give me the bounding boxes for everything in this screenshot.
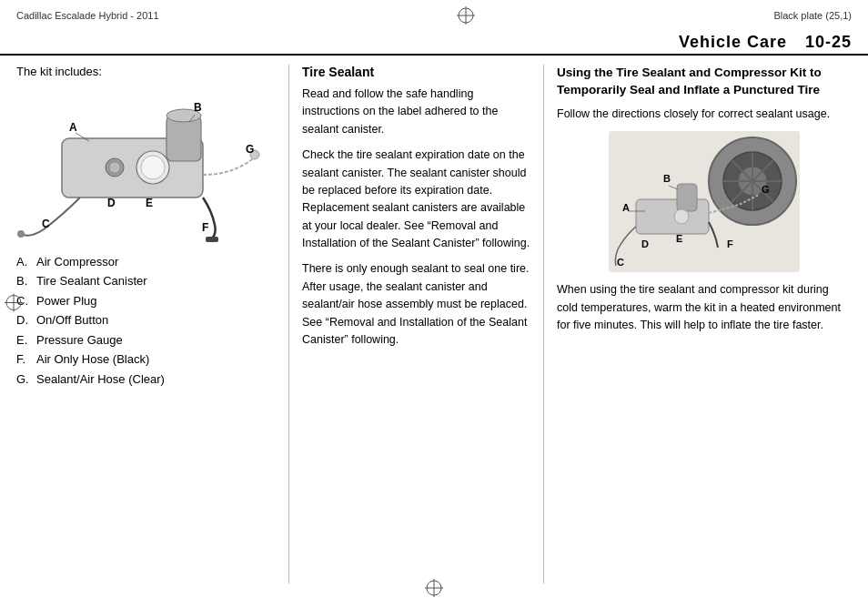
svg-point-7 xyxy=(141,156,165,179)
part-letter-f: F. xyxy=(16,350,33,369)
svg-text:G: G xyxy=(246,143,254,156)
svg-point-9 xyxy=(109,162,120,173)
part-desc-g: Sealant/Air Hose (Clear) xyxy=(36,370,165,389)
part-desc-a: Air Compressor xyxy=(36,252,118,271)
crosshair-icon xyxy=(456,5,476,25)
right-diagram-svg: A B C D E F G xyxy=(609,131,800,272)
right-column: Using the Tire Sealant and Compressor Ki… xyxy=(544,65,852,583)
right-para-2: When using the tire sealant and compress… xyxy=(557,281,852,334)
mid-para-1: Read and follow the safe handling instru… xyxy=(302,86,530,138)
part-letter-e: E. xyxy=(16,330,33,350)
footer-crosshair xyxy=(424,578,444,601)
svg-text:B: B xyxy=(194,101,202,114)
section-page-num: 10-25 xyxy=(805,33,852,52)
part-letter-a: A. xyxy=(16,252,33,271)
using-title: Using the Tire Sealant and Compressor Ki… xyxy=(557,65,852,99)
svg-text:A: A xyxy=(622,202,630,213)
svg-point-32 xyxy=(674,209,689,224)
footer-crosshair-icon xyxy=(424,578,444,598)
middle-column: Tire Sealant Read and follow the safe ha… xyxy=(289,65,544,583)
left-diagram: A B C D E F G xyxy=(16,84,262,243)
list-item: A. Air Compressor xyxy=(16,252,279,271)
part-desc-b: Tire Sealant Canister xyxy=(36,271,147,290)
page-header: Cadillac Escalade Hybrid - 2011 Black pl… xyxy=(0,0,868,29)
right-diagram: A B C D E F G xyxy=(609,131,800,272)
right-para-1: Follow the directions closely for correc… xyxy=(557,106,852,123)
left-crosshair-icon xyxy=(4,293,24,313)
tire-sealant-title: Tire Sealant xyxy=(302,65,530,79)
part-desc-e: Pressure Gauge xyxy=(36,330,123,350)
svg-text:C: C xyxy=(617,257,624,268)
part-desc-f: Air Only Hose (Black) xyxy=(36,350,149,369)
svg-text:D: D xyxy=(641,238,649,249)
part-desc-c: Power Plug xyxy=(36,291,96,310)
svg-text:A: A xyxy=(69,121,77,134)
svg-rect-30 xyxy=(636,199,709,234)
part-desc-d: On/Off Button xyxy=(36,310,108,329)
section-title-bar: Vehicle Care 10-25 xyxy=(0,29,868,56)
svg-text:F: F xyxy=(727,238,733,249)
svg-text:E: E xyxy=(146,197,153,209)
parts-list: A. Air Compressor B. Tire Sealant Canist… xyxy=(16,252,279,389)
left-column: The kit includes: xyxy=(16,65,289,583)
list-item: B. Tire Sealant Canister xyxy=(16,271,279,290)
svg-text:F: F xyxy=(202,221,208,234)
svg-rect-11 xyxy=(206,237,218,242)
list-item: F. Air Only Hose (Black) xyxy=(16,350,279,369)
list-item: D. On/Off Button xyxy=(16,310,279,329)
svg-point-10 xyxy=(17,230,25,238)
svg-text:E: E xyxy=(676,233,682,244)
header-center xyxy=(456,5,476,25)
list-item: G. Sealant/Air Hose (Clear) xyxy=(16,370,279,389)
list-item: C. Power Plug xyxy=(16,291,279,310)
list-item: E. Pressure Gauge xyxy=(16,330,279,350)
svg-text:G: G xyxy=(762,184,770,195)
part-letter-b: B. xyxy=(16,271,33,290)
kit-includes-text: The kit includes: xyxy=(16,65,279,78)
header-right: Black plate (25,1) xyxy=(773,10,852,21)
left-margin-crosshair xyxy=(4,293,24,316)
section-title: Vehicle Care xyxy=(679,33,787,52)
part-letter-g: G. xyxy=(16,370,33,389)
mid-para-3: There is only enough sealant to seal one… xyxy=(302,260,530,349)
svg-rect-31 xyxy=(677,184,697,211)
header-left: Cadillac Escalade Hybrid - 2011 xyxy=(16,10,159,21)
left-diagram-svg: A B C D E F G xyxy=(16,84,262,243)
svg-text:B: B xyxy=(663,173,671,184)
main-content: The kit includes: xyxy=(0,56,868,591)
svg-text:C: C xyxy=(42,218,50,230)
mid-para-2: Check the tire sealant expiration date o… xyxy=(302,147,530,252)
svg-text:D: D xyxy=(107,197,116,209)
